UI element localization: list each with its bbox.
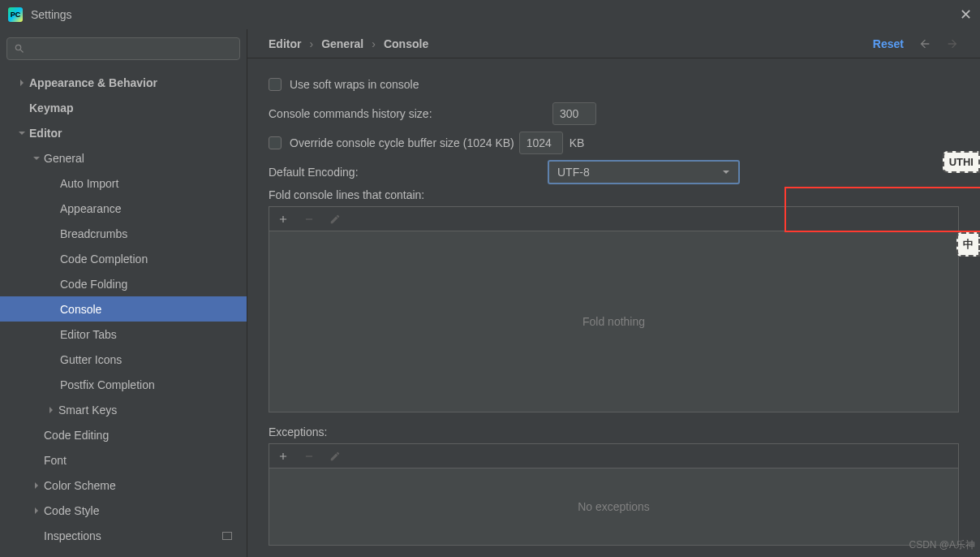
row-encoding: Default Encoding: UTF-8 (269, 158, 959, 187)
content-header: Editor › General › Console Reset (247, 29, 980, 58)
overlay-badge-2: 中 (956, 232, 980, 257)
tree-label: Gutter Icons (60, 353, 122, 366)
encoding-dropdown[interactable]: UTF-8 (548, 160, 740, 184)
exceptions-toolbar (269, 443, 959, 468)
tree-label: Code Style (44, 504, 99, 517)
tree-label: Postfix Completion (60, 378, 155, 391)
tree-code-folding[interactable]: Code Folding (0, 271, 247, 296)
tree-label: Editor Tabs (60, 328, 117, 341)
close-icon[interactable]: ✕ (960, 6, 972, 24)
tree-label: Appearance & Behavior (29, 76, 157, 89)
tree-appearance-sub[interactable]: Appearance (0, 196, 247, 221)
tree-postfix-completion[interactable]: Postfix Completion (0, 372, 247, 397)
chevron-down-icon (16, 127, 28, 139)
chevron-right-icon: › (372, 37, 376, 50)
override-buffer-label: Override console cycle buffer size (1024… (290, 136, 514, 149)
tree-editor-tabs[interactable]: Editor Tabs (0, 322, 247, 347)
override-buffer-checkbox[interactable] (269, 136, 282, 149)
tree-label: Color Scheme (44, 479, 116, 492)
chevron-right-icon (16, 77, 28, 89)
settings-sidebar: Appearance & Behavior Keymap Editor Gene… (0, 29, 247, 557)
fold-section-label: Fold console lines that contain: (269, 188, 959, 201)
tree-breadcrumbs[interactable]: Breadcrumbs (0, 221, 247, 246)
tree-label: Auto Import (60, 177, 118, 190)
titlebar: PC Settings ✕ (0, 0, 980, 29)
tree-keymap[interactable]: Keymap (0, 95, 247, 120)
tree-gutter-icons[interactable]: Gutter Icons (0, 347, 247, 372)
tree-label: Editor (29, 127, 62, 140)
tree-console[interactable]: Console (0, 296, 247, 322)
buffer-size-input[interactable] (519, 132, 563, 154)
fold-toolbar (269, 206, 959, 231)
exceptions-list[interactable]: No exceptions (269, 468, 959, 546)
chevron-right-icon (31, 480, 42, 491)
history-size-input[interactable] (552, 102, 596, 125)
breadcrumb-general[interactable]: General (321, 37, 363, 50)
tree-general[interactable]: General (0, 145, 247, 171)
breadcrumb: Editor › General › Console (269, 37, 428, 50)
add-button[interactable] (277, 451, 289, 462)
search-input[interactable] (6, 37, 240, 60)
watermark: CSDN @A乐神 (909, 538, 975, 552)
tree-inspections[interactable]: Inspections (0, 523, 247, 548)
chevron-down-icon (722, 168, 730, 176)
tree-auto-import[interactable]: Auto Import (0, 171, 247, 196)
exceptions-section-label: Exceptions: (269, 425, 959, 438)
tree-color-scheme[interactable]: Color Scheme (0, 473, 247, 498)
soft-wraps-label: Use soft wraps in console (290, 78, 419, 91)
tree-appearance-behavior[interactable]: Appearance & Behavior (0, 70, 247, 95)
settings-tree: Appearance & Behavior Keymap Editor Gene… (0, 67, 247, 557)
tree-label: Code Editing (44, 429, 109, 442)
chevron-right-icon (45, 404, 57, 416)
tree-code-editing[interactable]: Code Editing (0, 422, 247, 447)
tree-label: Keymap (29, 101, 73, 114)
reset-button[interactable]: Reset (873, 37, 904, 50)
tree-smart-keys[interactable]: Smart Keys (0, 397, 247, 422)
soft-wraps-checkbox[interactable] (269, 78, 282, 91)
window-title: Settings (31, 8, 72, 21)
row-soft-wraps: Use soft wraps in console (269, 70, 959, 99)
separator-icon (222, 532, 232, 540)
content-panel: Editor › General › Console Reset Use sof… (247, 29, 980, 557)
row-history: Console commands history size: (269, 99, 959, 128)
nav-forward-button (946, 37, 959, 50)
remove-button (303, 214, 315, 225)
tree-label: Appearance (60, 202, 122, 215)
fold-placeholder: Fold nothing (582, 315, 645, 328)
tree-label: Code Folding (60, 278, 127, 291)
chevron-down-icon (31, 153, 42, 164)
tree-editor[interactable]: Editor (0, 120, 247, 145)
overlay-badge-1: UTHI (943, 151, 980, 173)
encoding-label: Default Encoding: (269, 166, 548, 179)
breadcrumb-console: Console (384, 37, 428, 50)
edit-button (329, 451, 341, 462)
remove-button (303, 451, 315, 462)
buffer-unit: KB (570, 136, 585, 149)
fold-list[interactable]: Fold nothing (269, 231, 959, 412)
tree-label: Console (60, 303, 101, 316)
chevron-right-icon: › (309, 37, 313, 50)
tree-label: Smart Keys (58, 404, 117, 417)
exceptions-placeholder: No exceptions (578, 500, 650, 513)
search-icon (14, 43, 25, 54)
nav-back-button[interactable] (918, 37, 931, 50)
tree-label: Inspections (44, 529, 101, 542)
edit-button (329, 214, 341, 225)
tree-label: Breadcrumbs (60, 227, 127, 240)
chevron-right-icon (31, 505, 42, 516)
tree-font[interactable]: Font (0, 447, 247, 473)
tree-code-style[interactable]: Code Style (0, 498, 247, 523)
encoding-value: UTF-8 (557, 166, 590, 179)
tree-code-completion[interactable]: Code Completion (0, 246, 247, 271)
row-override: Override console cycle buffer size (1024… (269, 128, 959, 158)
tree-label: Font (44, 454, 67, 467)
app-icon: PC (8, 7, 23, 22)
tree-label: General (44, 152, 84, 165)
tree-label: Code Completion (60, 253, 148, 266)
add-button[interactable] (277, 214, 289, 225)
breadcrumb-editor[interactable]: Editor (269, 37, 301, 50)
history-label: Console commands history size: (269, 107, 552, 120)
